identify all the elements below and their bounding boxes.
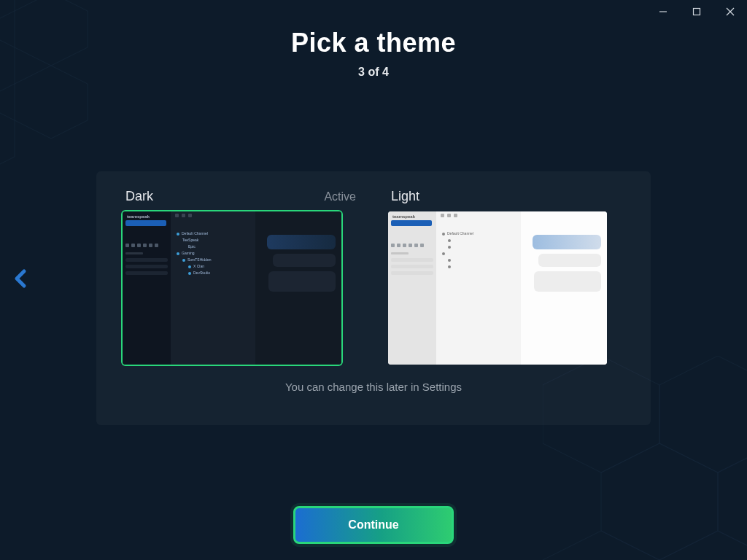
preview-server-rows — [125, 258, 168, 278]
preview-content-block — [538, 254, 601, 267]
preview-channel-tree: Default Channel — [442, 230, 516, 270]
svg-rect-12 — [694, 9, 700, 15]
svg-marker-10 — [659, 531, 747, 560]
preview-content-block — [268, 271, 336, 292]
preview-brand: teamspeak — [127, 214, 150, 219]
preview-search-bar — [391, 220, 432, 226]
page-title: Pick a theme — [0, 28, 747, 58]
svg-marker-4 — [0, 102, 15, 175]
preview-search-bar — [125, 220, 166, 226]
footer-hint: You can change this later in Settings — [123, 381, 624, 393]
theme-card: Dark Active teamspeak Default Channel Te… — [96, 171, 651, 425]
theme-option-dark: Dark Active teamspeak Default Channel Te… — [123, 189, 359, 365]
preview-server-rows — [391, 258, 433, 278]
maximize-icon — [692, 7, 701, 16]
theme-name-light: Light — [391, 189, 419, 204]
minimize-icon — [659, 7, 667, 16]
close-button[interactable] — [713, 0, 747, 23]
preview-side-icons — [391, 244, 424, 247]
svg-marker-8 — [718, 443, 747, 560]
theme-option-light: Light teamspeak Default Channel — [388, 189, 624, 365]
preview-content-block — [533, 235, 601, 249]
theme-preview-dark[interactable]: teamspeak Default Channel TeeSpeak Epic … — [123, 211, 341, 365]
preview-side-icons — [125, 244, 158, 247]
close-icon — [726, 7, 735, 16]
header: Pick a theme 3 of 4 — [0, 28, 747, 79]
back-button[interactable] — [7, 265, 34, 292]
preview-content-block — [273, 254, 336, 267]
window-controls — [646, 0, 747, 23]
minimize-button[interactable] — [646, 0, 680, 23]
chevron-left-icon — [12, 268, 28, 289]
svg-marker-0 — [0, 0, 15, 29]
preview-brand: teamspeak — [392, 214, 415, 219]
theme-name-dark: Dark — [125, 189, 153, 204]
svg-marker-7 — [601, 443, 718, 560]
step-indicator: 3 of 4 — [0, 66, 747, 79]
continue-button[interactable]: Continue — [293, 506, 454, 544]
preview-channel-tree: Default Channel TeeSpeak Epic Gaming Som… — [177, 230, 251, 276]
preview-servers-label — [391, 252, 409, 254]
preview-content-block — [534, 271, 601, 292]
preview-servers-label — [125, 252, 143, 254]
preview-tabs — [175, 214, 192, 217]
theme-preview-light[interactable]: teamspeak Default Channel — [388, 211, 607, 365]
theme-active-label: Active — [324, 190, 356, 203]
continue-label: Continue — [348, 518, 398, 532]
svg-marker-6 — [659, 356, 747, 472]
svg-marker-9 — [543, 531, 659, 560]
preview-tabs — [441, 214, 457, 217]
maximize-button[interactable] — [680, 0, 713, 23]
preview-content-block — [267, 235, 336, 249]
